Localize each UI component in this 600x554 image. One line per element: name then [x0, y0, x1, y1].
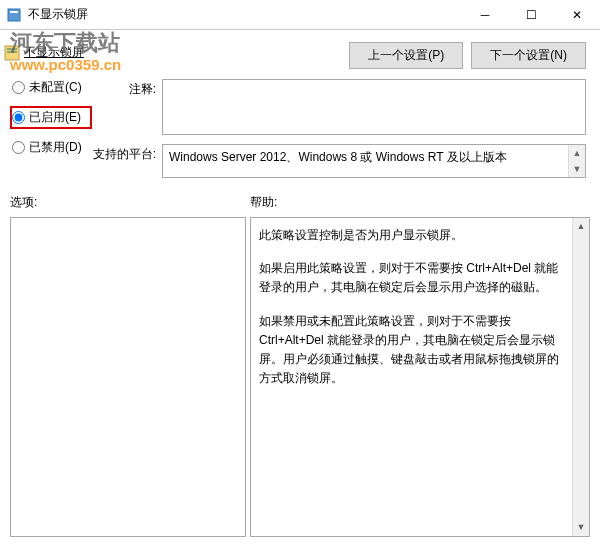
comment-textarea[interactable]	[162, 79, 586, 135]
options-label: 选项:	[10, 194, 246, 211]
radio-not-configured-label: 未配置(C)	[29, 79, 82, 96]
window-icon	[6, 7, 22, 23]
radio-disabled[interactable]: 已禁用(D)	[12, 139, 92, 156]
radio-enabled-input[interactable]	[12, 111, 25, 124]
scrollbar[interactable]: ▲ ▼	[568, 145, 585, 177]
options-box	[10, 217, 246, 537]
supported-platform-text: Windows Server 2012、Windows 8 或 Windows …	[169, 150, 507, 164]
help-label: 帮助:	[250, 194, 590, 211]
svg-rect-3	[7, 48, 17, 50]
policy-icon	[4, 45, 20, 61]
scroll-down-icon[interactable]: ▼	[569, 161, 585, 177]
radio-disabled-input[interactable]	[12, 141, 25, 154]
scroll-up-icon[interactable]: ▲	[573, 218, 589, 235]
prev-setting-button[interactable]: 上一个设置(P)	[349, 42, 463, 69]
radio-enabled-label: 已启用(E)	[29, 109, 81, 126]
radio-not-configured[interactable]: 未配置(C)	[12, 79, 92, 96]
maximize-button[interactable]: ☐	[508, 0, 554, 30]
help-paragraph-1: 此策略设置控制是否为用户显示锁屏。	[259, 226, 569, 245]
close-button[interactable]: ✕	[554, 0, 600, 30]
minimize-button[interactable]: ─	[462, 0, 508, 30]
titlebar: 不显示锁屏 ─ ☐ ✕	[0, 0, 600, 30]
svg-rect-0	[8, 9, 20, 21]
svg-rect-4	[7, 51, 17, 53]
comment-label: 注释:	[92, 79, 162, 138]
supported-platform-box: Windows Server 2012、Windows 8 或 Windows …	[162, 144, 586, 178]
help-paragraph-2: 如果启用此策略设置，则对于不需要按 Ctrl+Alt+Del 就能登录的用户，其…	[259, 259, 569, 297]
window-title: 不显示锁屏	[28, 6, 462, 23]
next-setting-button[interactable]: 下一个设置(N)	[471, 42, 586, 69]
radio-disabled-label: 已禁用(D)	[29, 139, 82, 156]
radio-enabled[interactable]: 已启用(E)	[10, 106, 92, 129]
supported-label: 支持的平台:	[92, 144, 162, 163]
scroll-up-icon[interactable]: ▲	[569, 145, 585, 161]
help-scrollbar[interactable]: ▲ ▼	[572, 218, 589, 536]
policy-title-link[interactable]: 不显示锁屏	[24, 44, 84, 61]
svg-rect-1	[10, 11, 18, 13]
help-box: 此策略设置控制是否为用户显示锁屏。 如果启用此策略设置，则对于不需要按 Ctrl…	[250, 217, 590, 537]
help-paragraph-3: 如果禁用或未配置此策略设置，则对于不需要按 Ctrl+Alt+Del 就能登录的…	[259, 312, 569, 389]
radio-not-configured-input[interactable]	[12, 81, 25, 94]
scroll-down-icon[interactable]: ▼	[573, 519, 589, 536]
